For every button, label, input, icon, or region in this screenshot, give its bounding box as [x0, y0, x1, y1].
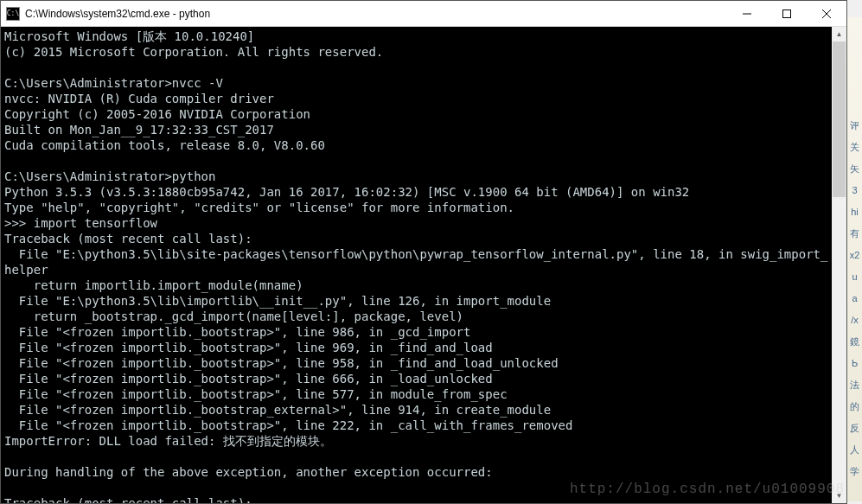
- side-panel-item[interactable]: x2: [850, 251, 860, 260]
- side-panel-item[interactable]: 反: [850, 424, 859, 433]
- window-title: C:\Windows\system32\cmd.exe - python: [25, 8, 727, 20]
- close-icon: [822, 10, 831, 18]
- close-button[interactable]: [807, 1, 846, 26]
- side-panel-item[interactable]: 有: [850, 229, 859, 239]
- terminal-output[interactable]: Microsoft Windows [版本 10.0.10240] (c) 20…: [1, 27, 832, 503]
- terminal-container: Microsoft Windows [版本 10.0.10240] (c) 20…: [1, 27, 846, 503]
- browser-side-panel: 评关矢3hi有x2ua/x鏡Ь法的反人学: [847, 17, 862, 501]
- side-panel-item[interactable]: 人: [850, 445, 859, 455]
- side-panel-item[interactable]: 鏡: [850, 337, 859, 347]
- window-controls: [727, 1, 846, 26]
- minimize-icon: [743, 10, 751, 18]
- cmd-window: C:\ C:\Windows\system32\cmd.exe - python…: [0, 0, 847, 504]
- side-panel-item[interactable]: 关: [850, 143, 859, 152]
- side-panel-item[interactable]: 评: [850, 121, 859, 131]
- side-panel-item[interactable]: 矢: [850, 164, 859, 174]
- scroll-up-arrow[interactable]: ▲: [832, 27, 846, 41]
- minimize-button[interactable]: [727, 1, 767, 26]
- titlebar[interactable]: C:\ C:\Windows\system32\cmd.exe - python: [1, 1, 846, 27]
- side-panel-item[interactable]: 学: [850, 467, 859, 476]
- scroll-down-arrow[interactable]: ▼: [832, 488, 846, 503]
- side-panel-item[interactable]: hi: [851, 207, 859, 217]
- side-panel-item[interactable]: /x: [851, 316, 859, 325]
- side-panel-item[interactable]: u: [852, 272, 857, 282]
- side-panel-item[interactable]: 法: [850, 380, 859, 390]
- svg-rect-0: [783, 10, 791, 17]
- side-panel-item[interactable]: Ь: [852, 359, 858, 368]
- side-panel-item[interactable]: 的: [850, 402, 859, 411]
- side-panel-item[interactable]: a: [852, 294, 857, 303]
- side-panel-item[interactable]: 3: [852, 186, 857, 195]
- maximize-icon: [782, 10, 791, 18]
- vertical-scrollbar[interactable]: ▲ ▼: [832, 27, 846, 503]
- scroll-thumb[interactable]: [833, 41, 846, 197]
- cmd-icon: C:\: [6, 7, 20, 21]
- maximize-button[interactable]: [767, 1, 807, 26]
